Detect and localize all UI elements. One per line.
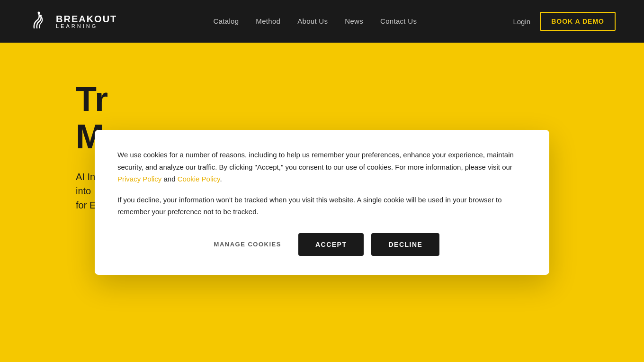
svg-point-0 [38, 12, 40, 14]
cookie-overlay: We use cookies for a number of reasons, … [0, 43, 644, 362]
nav-right: Login BOOK A DEMO [513, 12, 616, 31]
nav-about-us[interactable]: About Us [297, 17, 328, 25]
svg-point-1 [40, 15, 42, 17]
cookie-actions: MANAGE COOKIES ACCEPT DECLINE [117, 233, 527, 256]
logo[interactable]: BREAKOUT LEARNING [28, 10, 117, 33]
cookie-text-secondary: If you decline, your information won't b… [117, 194, 527, 218]
logo-brand-name: BREAKOUT [56, 14, 117, 24]
nav-catalog[interactable]: Catalog [214, 17, 239, 25]
cookie-text-primary: We use cookies for a number of reasons, … [117, 149, 527, 185]
nav-links: Catalog Method About Us News Contact Us [214, 17, 417, 26]
cookie-modal: We use cookies for a number of reasons, … [95, 130, 549, 275]
privacy-policy-link[interactable]: Privacy Policy [117, 175, 161, 183]
decline-button[interactable]: DECLINE [371, 233, 439, 256]
manage-cookies-button[interactable]: MANAGE COOKIES [205, 234, 291, 254]
navigation: BREAKOUT LEARNING Catalog Method About U… [0, 0, 644, 43]
accept-button[interactable]: ACCEPT [298, 233, 364, 256]
login-link[interactable]: Login [513, 18, 530, 26]
logo-brand-tagline: LEARNING [56, 24, 117, 29]
hero-section: TrM AI Insintofor Every Field We use coo… [0, 43, 644, 362]
logo-text: BREAKOUT LEARNING [56, 14, 117, 29]
book-demo-button[interactable]: BOOK A DEMO [540, 12, 616, 31]
nav-method[interactable]: Method [256, 17, 280, 25]
nav-news[interactable]: News [345, 17, 363, 25]
nav-contact-us[interactable]: Contact Us [380, 17, 417, 25]
cookie-policy-link[interactable]: Cookie Policy [178, 175, 220, 183]
